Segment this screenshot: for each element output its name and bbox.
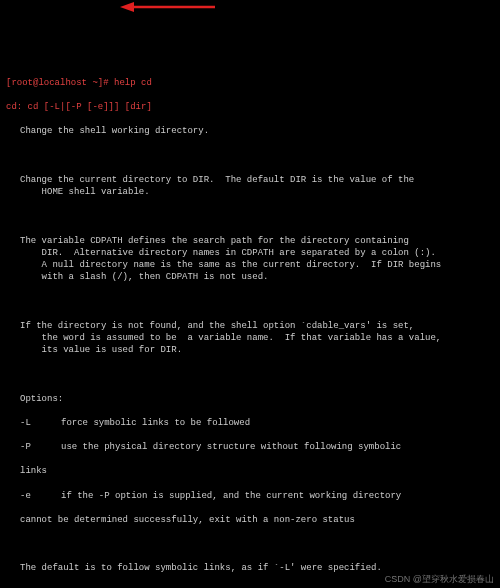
- prompt-line-1[interactable]: [root@localhost ~]# help cd: [6, 77, 494, 89]
- cd-long-desc: Change the current directory to DIR. The…: [6, 174, 494, 198]
- opt-e-val: if the -P option is supplied, and the cu…: [61, 490, 494, 502]
- opt-L-key: -L: [6, 417, 61, 429]
- opt-e-val2: cannot be determined successfully, exit …: [6, 514, 494, 526]
- opt-e-key: -e: [6, 490, 61, 502]
- cd-short-desc: Change the shell working directory.: [6, 125, 494, 137]
- watermark: CSDN @望穿秋水爱损春山: [385, 573, 494, 585]
- cd-cdpath: The variable CDPATH defines the search p…: [6, 235, 494, 284]
- opt-L-val: force symbolic links to be followed: [61, 417, 494, 429]
- cd-options-header: Options:: [6, 393, 494, 405]
- opt-P-key: -P: [6, 441, 61, 453]
- annotation-arrow: [120, 0, 215, 14]
- cd-usage: cd: cd [-L|[-P [-e]]] [dir]: [6, 101, 494, 113]
- cd-cdable: If the directory is not found, and the s…: [6, 320, 494, 356]
- opt-P-val: use the physical directory structure wit…: [61, 441, 494, 453]
- opt-links: links: [6, 465, 494, 477]
- svg-marker-1: [120, 2, 134, 12]
